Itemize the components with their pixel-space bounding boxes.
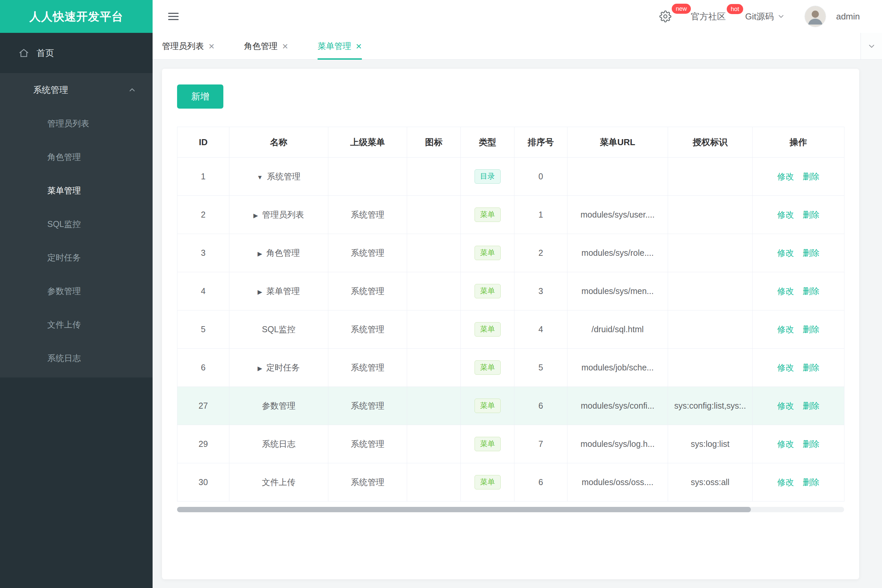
sidebar-toggle-button[interactable] — [167, 10, 180, 23]
table-row-5[interactable]: 5SQL监控系统管理菜单4/druid/sql.html修改删除 — [177, 310, 844, 349]
tab-bar: 管理员列表×角色管理×菜单管理× — [153, 33, 882, 60]
tab-close-icon[interactable]: × — [209, 41, 215, 51]
tab-close-icon[interactable]: × — [356, 41, 362, 51]
table-row-1[interactable]: 1▼系统管理目录0修改删除 — [177, 158, 844, 196]
cell-parent-menu: 系统管理 — [328, 196, 407, 234]
cell-parent-menu: 系统管理 — [328, 234, 407, 272]
delete-link[interactable]: 删除 — [803, 439, 820, 448]
tab-role-mgmt[interactable]: 角色管理× — [244, 33, 288, 59]
app-root: 人人快速开发平台 首页 系统管理 管理员列表角色管理菜单管理SQL监控定时任务参… — [0, 0, 882, 588]
cell-name: ▶角色管理 — [229, 234, 328, 272]
edit-link[interactable]: 修改 — [777, 210, 794, 219]
table-row-6[interactable]: 6▶定时任务系统管理菜单5modules/job/sche...修改删除 — [177, 349, 844, 387]
community-link[interactable]: 官方社区 hot — [691, 11, 726, 22]
cell-perms — [668, 310, 753, 349]
cell-name: 文件上传 — [229, 463, 328, 501]
content-card: 新增 ID名称上级菜单图标类型排序号菜单URL授权标识操作 1▼系统管理目录0修… — [162, 69, 859, 579]
cell-sort: 1 — [514, 196, 568, 234]
table-row-30[interactable]: 30文件上传系统管理菜单6modules/oss/oss....sys:oss:… — [177, 463, 844, 501]
table-row-27[interactable]: 27参数管理系统管理菜单6modules/sys/confi...sys:con… — [177, 387, 844, 425]
table-row-3[interactable]: 3▶角色管理系统管理菜单2modules/sys/role....修改删除 — [177, 234, 844, 272]
tabs-dropdown-button[interactable] — [861, 33, 882, 59]
edit-link[interactable]: 修改 — [777, 248, 794, 258]
edit-link[interactable]: 修改 — [777, 363, 794, 372]
table-row-4[interactable]: 4▶菜单管理系统管理菜单3modules/sys/men...修改删除 — [177, 272, 844, 310]
tab-close-icon[interactable]: × — [282, 41, 288, 51]
sidebar-group-header[interactable]: 系统管理 — [0, 73, 153, 106]
edit-link[interactable]: 修改 — [777, 401, 794, 410]
chevron-down-icon — [777, 12, 785, 21]
edit-link[interactable]: 修改 — [777, 439, 794, 448]
cell-parent-menu — [328, 158, 407, 196]
home-icon — [18, 48, 29, 58]
delete-link[interactable]: 删除 — [803, 401, 820, 410]
tree-collapse-icon[interactable]: ▼ — [257, 174, 263, 181]
sidebar-item-cron-jobs[interactable]: 定时任务 — [0, 241, 153, 274]
delete-link[interactable]: 删除 — [803, 477, 820, 487]
settings-button[interactable]: new — [659, 10, 672, 22]
cell-type: 菜单 — [461, 387, 514, 425]
header-right: new 官方社区 hot Git源码 admin — [659, 6, 860, 27]
cell-parent-menu: 系统管理 — [328, 272, 407, 310]
cell-parent-menu: 系统管理 — [328, 463, 407, 501]
cell-menu-url: modules/oss/oss.... — [568, 463, 668, 501]
community-label: 官方社区 — [691, 11, 726, 22]
menu-table-body: 1▼系统管理目录0修改删除2▶管理员列表系统管理菜单1modules/sys/u… — [177, 158, 844, 501]
cell-sort: 0 — [514, 158, 568, 196]
delete-link[interactable]: 删除 — [803, 286, 820, 296]
brand-logo: 人人快速开发平台 — [0, 0, 153, 33]
cell-actions: 修改删除 — [753, 310, 844, 349]
edit-link[interactable]: 修改 — [777, 172, 794, 181]
tree-expand-icon[interactable]: ▶ — [258, 365, 262, 372]
table-row-29[interactable]: 29系统日志系统管理菜单7modules/sys/log.h...sys:log… — [177, 425, 844, 463]
type-tag: 目录 — [475, 169, 501, 183]
cell-perms — [668, 272, 753, 310]
menu-name: 系统日志 — [262, 439, 296, 448]
tab-admin-list[interactable]: 管理员列表× — [162, 33, 215, 59]
menu-name: SQL监控 — [262, 324, 296, 334]
type-tag: 菜单 — [475, 322, 501, 336]
delete-link[interactable]: 删除 — [803, 248, 820, 258]
scrollbar-thumb[interactable] — [177, 507, 751, 512]
sidebar-item-role-mgmt[interactable]: 角色管理 — [0, 140, 153, 174]
column-header-5: 排序号 — [514, 127, 568, 158]
cell-id: 3 — [177, 234, 229, 272]
sidebar-item-menu-mgmt[interactable]: 菜单管理 — [0, 174, 153, 207]
cell-menu-url: modules/sys/men... — [568, 272, 668, 310]
tree-expand-icon[interactable]: ▶ — [258, 289, 262, 296]
cell-parent-menu: 系统管理 — [328, 425, 407, 463]
avatar[interactable] — [805, 6, 826, 27]
horizontal-scrollbar[interactable] — [177, 507, 844, 512]
sidebar-item-system-log[interactable]: 系统日志 — [0, 341, 153, 375]
edit-link[interactable]: 修改 — [777, 286, 794, 296]
sidebar-item-admin-list[interactable]: 管理员列表 — [0, 106, 153, 140]
add-button[interactable]: 新增 — [177, 84, 223, 109]
tree-expand-icon[interactable]: ▶ — [254, 212, 258, 219]
sidebar-item-file-upload[interactable]: 文件上传 — [0, 308, 153, 341]
tab-menu-mgmt[interactable]: 菜单管理× — [318, 33, 362, 59]
username[interactable]: admin — [836, 11, 860, 22]
delete-link[interactable]: 删除 — [803, 363, 820, 372]
table-row-2[interactable]: 2▶管理员列表系统管理菜单1modules/sys/user....修改删除 — [177, 196, 844, 234]
edit-link[interactable]: 修改 — [777, 477, 794, 487]
cell-perms — [668, 234, 753, 272]
sidebar-item-home[interactable]: 首页 — [0, 33, 153, 73]
sidebar-item-sql-monitor[interactable]: SQL监控 — [0, 207, 153, 241]
cell-type: 菜单 — [461, 463, 514, 501]
cell-perms — [668, 158, 753, 196]
sidebar-item-param-mgmt[interactable]: 参数管理 — [0, 274, 153, 308]
delete-link[interactable]: 删除 — [803, 172, 820, 181]
column-header-2: 上级菜单 — [328, 127, 407, 158]
menu-name: 文件上传 — [262, 477, 296, 487]
hot-badge: hot — [727, 4, 743, 14]
tree-expand-icon[interactable]: ▶ — [258, 250, 262, 257]
cell-type: 菜单 — [461, 349, 514, 387]
chevron-up-icon — [128, 86, 137, 94]
edit-link[interactable]: 修改 — [777, 324, 794, 334]
type-tag: 菜单 — [475, 399, 501, 412]
hamburger-icon — [167, 10, 180, 23]
cell-parent-menu: 系统管理 — [328, 387, 407, 425]
git-source-dropdown[interactable]: Git源码 — [745, 11, 785, 22]
delete-link[interactable]: 删除 — [803, 210, 820, 219]
delete-link[interactable]: 删除 — [803, 324, 820, 334]
